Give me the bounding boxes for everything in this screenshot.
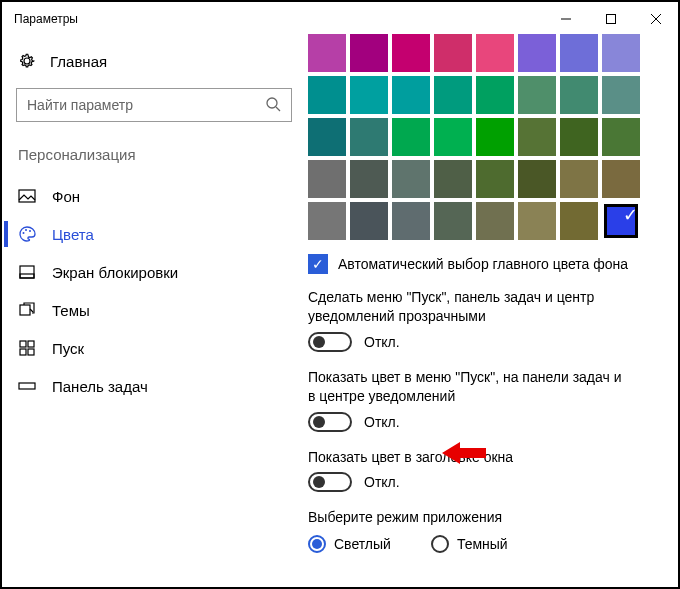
color-swatch[interactable] [518, 202, 556, 240]
show-color-start-state: Откл. [364, 414, 400, 430]
lockscreen-icon [18, 263, 36, 281]
show-color-start-toggle[interactable] [308, 412, 352, 432]
checkbox-icon: ✓ [308, 254, 328, 274]
mode-light-radio[interactable]: Светлый [308, 535, 391, 553]
sidebar-item-colors[interactable]: Цвета [4, 215, 304, 253]
home-label: Главная [50, 53, 107, 70]
color-swatch[interactable] [602, 160, 640, 198]
transparency-state: Откл. [364, 334, 400, 350]
svg-line-5 [276, 107, 280, 111]
titlebar: Параметры [4, 4, 678, 34]
color-swatch[interactable] [560, 34, 598, 72]
color-swatch[interactable] [350, 118, 388, 156]
maximize-button[interactable] [588, 4, 633, 34]
palette-icon [18, 225, 36, 243]
home-nav[interactable]: Главная [4, 44, 304, 78]
color-swatch[interactable] [392, 160, 430, 198]
svg-rect-10 [20, 266, 34, 278]
app-mode-label: Выберите режим приложения [308, 508, 628, 527]
color-swatch[interactable] [560, 160, 598, 198]
mode-light-label: Светлый [334, 536, 391, 552]
settings-window: Параметры Главная Найти параметр Персона… [4, 4, 678, 587]
mode-dark-radio[interactable]: Темный [431, 535, 508, 553]
sidebar-item-label: Фон [52, 188, 80, 205]
svg-rect-11 [20, 274, 34, 278]
svg-rect-16 [28, 349, 34, 355]
auto-accent-label: Автоматический выбор главного цвета фона [338, 256, 628, 272]
content-pane: ✓ ✓ Автоматический выбор главного цвета … [304, 34, 678, 587]
color-swatch[interactable] [518, 160, 556, 198]
color-swatch[interactable] [434, 202, 472, 240]
color-swatch[interactable] [476, 160, 514, 198]
color-swatch[interactable] [560, 202, 598, 240]
show-color-start-label: Показать цвет в меню "Пуск", на панели з… [308, 368, 628, 406]
color-swatch[interactable] [518, 34, 556, 72]
sidebar-item-taskbar[interactable]: Панель задач [4, 367, 304, 405]
color-swatch[interactable] [350, 202, 388, 240]
window-title: Параметры [14, 12, 78, 26]
svg-marker-18 [442, 442, 486, 464]
annotation-arrow-icon [442, 440, 486, 466]
color-swatch[interactable] [350, 160, 388, 198]
color-swatch[interactable] [476, 202, 514, 240]
check-icon: ✓ [623, 204, 638, 226]
svg-rect-17 [19, 383, 35, 389]
color-swatch[interactable] [392, 202, 430, 240]
color-swatch[interactable] [308, 202, 346, 240]
color-swatch[interactable] [518, 76, 556, 114]
auto-accent-checkbox[interactable]: ✓ Автоматический выбор главного цвета фо… [308, 254, 664, 274]
close-button[interactable] [633, 4, 678, 34]
sidebar-item-lockscreen[interactable]: Экран блокировки [4, 253, 304, 291]
sidebar-item-start[interactable]: Пуск [4, 329, 304, 367]
show-color-title-toggle[interactable] [308, 472, 352, 492]
color-swatch[interactable] [350, 76, 388, 114]
search-placeholder: Найти параметр [27, 97, 133, 113]
svg-rect-13 [20, 341, 26, 347]
color-swatch[interactable] [308, 34, 346, 72]
color-swatch[interactable] [434, 76, 472, 114]
minimize-button[interactable] [543, 4, 588, 34]
color-swatch[interactable] [392, 34, 430, 72]
color-swatch[interactable]: ✓ [602, 202, 640, 240]
color-swatch[interactable] [308, 160, 346, 198]
search-input[interactable]: Найти параметр [16, 88, 292, 122]
svg-rect-1 [606, 15, 615, 24]
color-swatch[interactable] [602, 118, 640, 156]
sidebar-item-label: Пуск [52, 340, 84, 357]
mode-dark-label: Темный [457, 536, 508, 552]
color-swatch[interactable] [518, 118, 556, 156]
color-swatch[interactable] [308, 118, 346, 156]
svg-rect-6 [19, 190, 35, 202]
color-swatch[interactable] [434, 160, 472, 198]
color-swatch[interactable] [560, 118, 598, 156]
color-palette: ✓ [308, 34, 664, 240]
color-swatch[interactable] [392, 118, 430, 156]
color-swatch[interactable] [560, 76, 598, 114]
search-icon [265, 96, 281, 115]
sidebar-item-label: Панель задач [52, 378, 148, 395]
color-swatch[interactable] [434, 34, 472, 72]
sidebar-item-background[interactable]: Фон [4, 177, 304, 215]
sidebar-item-label: Темы [52, 302, 90, 319]
color-swatch[interactable] [476, 118, 514, 156]
svg-rect-15 [20, 349, 26, 355]
transparency-toggle[interactable] [308, 332, 352, 352]
section-header: Персонализация [4, 140, 304, 171]
color-swatch[interactable] [602, 76, 640, 114]
color-swatch[interactable] [602, 34, 640, 72]
color-swatch[interactable] [476, 76, 514, 114]
start-icon [18, 339, 36, 357]
sidebar: Главная Найти параметр Персонализация Фо… [4, 34, 304, 587]
color-swatch[interactable] [434, 118, 472, 156]
color-swatch[interactable] [308, 76, 346, 114]
color-swatch[interactable] [476, 34, 514, 72]
themes-icon [18, 301, 36, 319]
sidebar-item-label: Цвета [52, 226, 94, 243]
color-swatch[interactable] [392, 76, 430, 114]
svg-rect-12 [20, 305, 30, 315]
color-swatch[interactable] [350, 34, 388, 72]
picture-icon [18, 187, 36, 205]
taskbar-icon [18, 377, 36, 395]
svg-point-4 [267, 98, 277, 108]
sidebar-item-themes[interactable]: Темы [4, 291, 304, 329]
